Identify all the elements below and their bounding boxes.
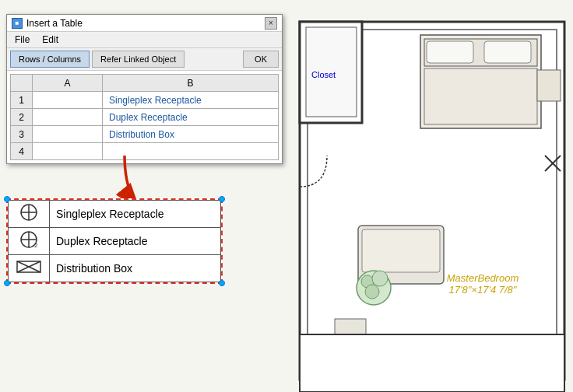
row3-col-b[interactable]: Distribution Box [103, 126, 279, 143]
svg-rect-27 [300, 334, 564, 392]
row2-col-b[interactable]: Duplex Receptacle [103, 109, 279, 126]
dialog-title-icon: ■ [12, 18, 23, 29]
row1-col-a[interactable] [33, 92, 103, 109]
corner-dot-tr [219, 196, 225, 202]
row-num-3: 3 [11, 126, 33, 143]
row4-col-b[interactable] [103, 143, 279, 160]
corner-dot-tl [4, 196, 10, 202]
svg-rect-6 [427, 41, 473, 63]
row2-col-a[interactable] [33, 109, 103, 126]
preview-row-1: Singleplex Receptacle [9, 201, 221, 228]
preview-label-3: Distribution Box [50, 255, 221, 282]
table-row: 2 Duplex Receptacle [11, 109, 279, 126]
row-num-4: 4 [11, 143, 33, 160]
svg-point-16 [365, 285, 379, 299]
dialog-titlebar: ■ Insert a Table × [7, 15, 282, 32]
row1-col-b[interactable]: Singleplex Receptacle [103, 92, 279, 109]
header-col-b: B [103, 75, 279, 92]
data-table: A B 1 Singleplex Receptacle 2 Duplex Rec… [10, 74, 279, 160]
dialog-toolbar: Rows / Columns Refer Linked Object OK [7, 48, 282, 71]
svg-rect-11 [537, 70, 561, 101]
header-col-a: A [33, 75, 103, 92]
svg-text:2: 2 [34, 242, 38, 249]
svg-rect-10 [362, 229, 440, 272]
refer-linked-button[interactable]: Refer Linked Object [92, 51, 185, 68]
dialog-title-text: Insert a Table [26, 18, 83, 29]
preview-icon-3 [9, 255, 50, 282]
svg-point-15 [372, 271, 388, 286]
row4-col-a[interactable] [33, 143, 103, 160]
header-rownum [11, 75, 33, 92]
preview-label-1: Singleplex Receptacle [50, 201, 221, 228]
svg-rect-7 [484, 41, 531, 63]
room-label-line2: 17'8"×17'4 7/8" [424, 284, 541, 296]
corner-dot-br [219, 280, 225, 286]
preview-label-2: Duplex Receptacle [50, 228, 221, 255]
table-header-row: A B [11, 75, 279, 92]
corner-dot-bl [4, 280, 10, 286]
preview-row-2: 2 Duplex Receptacle [9, 228, 221, 255]
row-num-2: 2 [11, 109, 33, 126]
room-label: MasterBedroom 17'8"×17'4 7/8" [424, 272, 541, 296]
dialog-title-left: ■ Insert a Table [12, 18, 83, 29]
dialog-table-container: A B 1 Singleplex Receptacle 2 Duplex Rec… [7, 71, 282, 163]
table-row: 1 Singleplex Receptacle [11, 92, 279, 109]
preview-icon-1 [9, 201, 50, 228]
row3-col-a[interactable] [33, 126, 103, 143]
close-button[interactable]: × [265, 17, 277, 30]
row-num-1: 1 [11, 92, 33, 109]
table-row: 4 [11, 143, 279, 160]
insert-table-dialog: ■ Insert a Table × File Edit Rows / Colu… [6, 14, 283, 164]
room-label-line1: MasterBedroom [424, 272, 541, 284]
table-row: 3 Distribution Box [11, 126, 279, 143]
dialog-menubar: File Edit [7, 32, 282, 48]
menu-edit[interactable]: Edit [40, 33, 60, 46]
closet-label: Closet [311, 70, 336, 79]
menu-file[interactable]: File [13, 33, 31, 46]
ok-button[interactable]: OK [243, 51, 279, 68]
rows-columns-button[interactable]: Rows / Columns [10, 51, 90, 68]
preview-icon-2: 2 [9, 228, 50, 255]
preview-table: Singleplex Receptacle 2 Duplex Receptacl… [8, 200, 221, 282]
svg-rect-8 [424, 68, 537, 124]
preview-table-container: Singleplex Receptacle 2 Duplex Receptacl… [6, 198, 223, 284]
preview-row-3: Distribution Box [9, 255, 221, 282]
